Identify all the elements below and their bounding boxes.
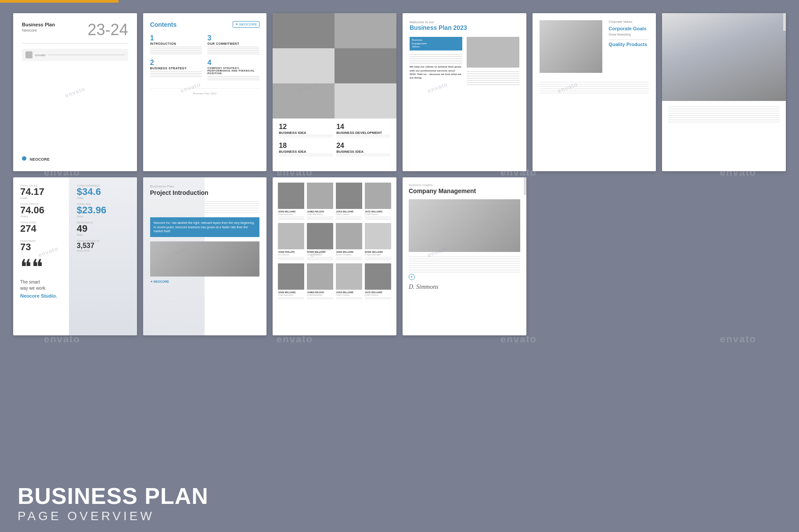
proj-main-title: Project Introduction — [150, 189, 260, 197]
cover-divider — [22, 43, 128, 43]
proj-body-lines — [150, 201, 260, 213]
mgmt-tab — [524, 177, 526, 195]
team-photo-8 — [365, 223, 391, 249]
page-project-intro: Businesss Plan Project Introduction Neoc… — [143, 177, 267, 335]
corp-right-content — [662, 101, 786, 129]
contents-header: Contents ✦ NEOCORE — [150, 21, 260, 28]
quality-products-label: Quality Products — [608, 42, 649, 47]
contents-item-2: 2 Business Strategy — [150, 59, 202, 77]
stats-quote-mark: ❝❝ — [20, 259, 130, 276]
proj-blue-quote: Neocore Inc. has tackled the right, rele… — [150, 217, 260, 237]
contents-item-4: 4 Company Strategy, Performance and Fina… — [207, 59, 259, 80]
stat-total-sales: Total Sales 74.17 Leads — [20, 184, 73, 199]
pages-grid: Business Plan Neocore 23-24 envato NEOCO… — [13, 13, 786, 335]
cover-year: 23-24 — [88, 22, 128, 38]
team-member-12: JACK WILLIAMS Chief Finance — [365, 263, 391, 300]
team-member-5: JOHN PHILLIPS Art Director — [278, 223, 304, 261]
page-cover: Business Plan Neocore 23-24 envato NEOCO… — [13, 13, 137, 171]
neocore-dot — [22, 156, 26, 161]
page-team: JOHN WILLIAMS Chief Executive JAMES WILS… — [273, 177, 396, 335]
photos-bottom: 12 Business Idea 14 Business Development… — [273, 119, 396, 162]
mgmt-signature: D. Simmons — [409, 284, 520, 291]
team-photo-11 — [336, 263, 362, 290]
project-content: Businesss Plan Project Introduction Neoc… — [150, 184, 260, 284]
top-gold-bar — [0, 0, 119, 3]
photo-cell-6 — [335, 83, 396, 119]
contents-title: Contents — [150, 21, 177, 28]
goals-right: Corporate Values Corporate Goals Great M… — [607, 20, 649, 73]
mgmt-body-lines — [409, 256, 520, 273]
photo-cell-2 — [335, 13, 396, 48]
stat-projects: Total Projects 3,537 since 2014 — [77, 240, 130, 252]
envato-logo-text: envato — [35, 53, 46, 57]
proj-pre-title: Businesss Plan — [150, 184, 260, 188]
goals-photo — [540, 20, 603, 73]
mgmt-neocore-icon: ✦ — [409, 274, 415, 280]
team-member-8: MARK WILLIAMS Project Manager — [365, 223, 391, 261]
stat-post: Total Post 274 — [20, 221, 73, 236]
team-photo-1 — [278, 183, 304, 209]
page-contents: Contents ✦ NEOCORE 1 Introduction 2 Busi… — [143, 13, 267, 171]
envato-bar-line — [48, 54, 125, 55]
contents-right-col: 3 Our Commitment 4 Company Strategy, Per… — [207, 34, 259, 85]
biz-quote: We help our clients to achieve their goa… — [410, 65, 462, 80]
bottom-main-title: BUSINESS PLAN — [18, 485, 209, 507]
mgmt-pre: Business Insights — [409, 183, 520, 187]
team-photo-6 — [307, 223, 333, 249]
team-photo-7 — [336, 223, 362, 249]
team-photo-3 — [336, 183, 362, 209]
team-photo-2 — [307, 183, 333, 209]
corp-right-photo — [662, 13, 786, 101]
biz-left: BusinessEngagementValues We help our cli… — [410, 37, 462, 86]
mgmt-title: Company Management — [409, 187, 520, 195]
team-photo-12 — [365, 263, 391, 290]
contents-left-col: 1 Introduction 2 Business Strategy — [150, 34, 202, 85]
team-photo-4 — [365, 183, 391, 209]
proj-neocore: ✦ NEOCORE — [150, 280, 260, 284]
stat-total-earnings: Total Earnings $34.6 Sales — [77, 184, 130, 199]
bottom-label: BUSINESS PLAN PAGE OVERVIEW — [18, 485, 209, 523]
corp-goals-label: Corporate Goals — [608, 26, 649, 31]
stat-revenue: Revenue #1 49 Stats — [77, 221, 130, 236]
envato-icon — [25, 51, 32, 58]
stats-smart-text: The smartway we work. — [20, 279, 130, 291]
photo-cell-5 — [273, 83, 335, 119]
team-member-4: JACK WILLIAMS Chief Finance — [365, 183, 391, 220]
biz-right — [467, 37, 519, 86]
page-corp-right: envato — [662, 13, 786, 171]
biz-title: Business Plan 2023 — [410, 24, 519, 32]
team-member-10: JAMES WILSON Chief Marketing — [307, 263, 333, 300]
team-photo-9 — [278, 263, 304, 290]
goals-top: Corporate Values Corporate Goals Great M… — [540, 20, 649, 73]
stat-avg: Total Avg $23.96 Sales — [77, 203, 130, 218]
biz-content: BusinessEngagementValues We help our cli… — [410, 37, 519, 86]
tab-indicator — [783, 13, 786, 31]
section-18: 18 Business Idea — [279, 142, 333, 157]
contents-divider — [150, 88, 260, 89]
stats-neocore-studio: Neocore Studio. — [20, 293, 130, 298]
section-14: 14 Business Development — [336, 123, 390, 138]
biz-photo — [467, 37, 519, 68]
team-member-6: ROBIN WILLIAMS Lead Developer — [307, 223, 333, 261]
contents-item-3: 3 Our Commitment — [207, 34, 259, 54]
envato-bar: envato — [22, 49, 128, 61]
page-corporate-goals: Corporate Values Corporate Goals Great M… — [533, 13, 656, 171]
proj-photo — [150, 241, 260, 277]
team-member-2: JAMES WILSON Chief Marketing — [307, 183, 333, 220]
watermark-cover: envato — [64, 86, 86, 99]
stats-content: Total Sales 74.17 Leads Total Earnings $… — [20, 184, 130, 298]
team-photo-10 — [307, 263, 333, 290]
stats-grid: Total Sales 74.17 Leads Total Earnings $… — [20, 184, 130, 252]
welcome-text: Welcome to our — [410, 20, 519, 24]
page-stats: Total Sales 74.17 Leads Total Earnings $… — [13, 177, 137, 335]
contents-cols: 1 Introduction 2 Business Strategy 3 — [150, 34, 260, 85]
mgmt-photo — [409, 199, 520, 252]
team-member-3: JOAN WILLIAMS Chief Creative — [336, 183, 362, 220]
page-management: Business Insights Company Management ✦ D… — [403, 177, 526, 335]
team-member-11: JOAN WILLIAMS Chief Creative — [336, 263, 362, 300]
goals-divider — [608, 40, 649, 40]
body-text-lines — [410, 54, 462, 64]
team-member-9: JOHN WILLIAMS Chief Executive — [278, 263, 304, 300]
neocore-logo: NEOCORE — [29, 157, 50, 162]
contents-neocore-badge: ✦ NEOCORE — [233, 21, 260, 28]
